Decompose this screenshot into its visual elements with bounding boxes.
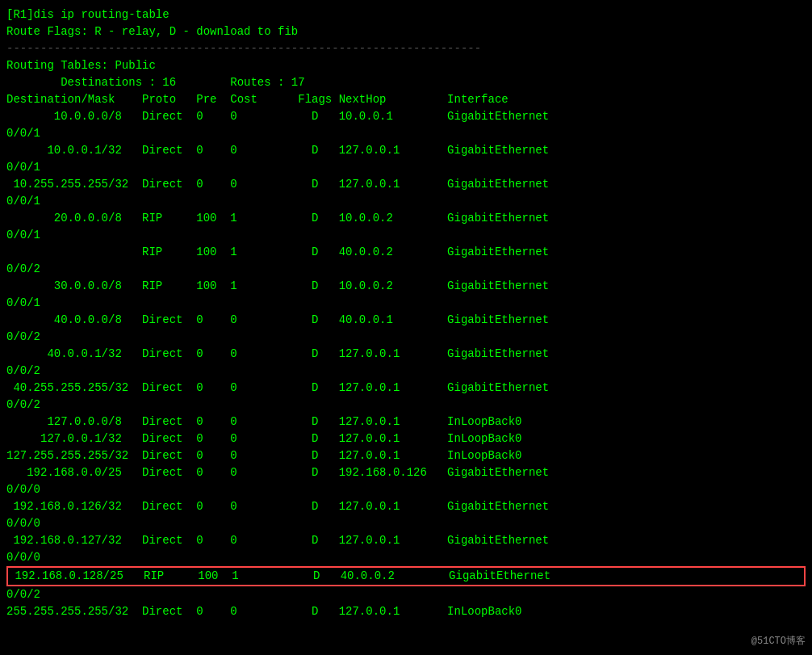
routing-row: 10.255.255.255/32 Direct 0 0 D 127.0.0.1… [6,176,806,193]
routing-row: [R1]dis ip routing-table [6,6,806,23]
routing-row: 127.0.0.0/8 Direct 0 0 D 127.0.0.1 InLoo… [6,414,806,430]
routing-row: 192.168.0.126/32 Direct 0 0 D 127.0.0.1 … [6,498,806,515]
routing-row: 0/0/0 [6,515,806,532]
routing-row: 0/0/1 [6,227,806,244]
routing-row: 10.0.0.0/8 Direct 0 0 D 10.0.0.1 Gigabit… [6,108,806,125]
routing-row: 255.255.255.255/32 Direct 0 0 D 127.0.0.… [6,603,806,620]
routing-row: 20.0.0.0/8 RIP 100 1 D 10.0.0.2 GigabitE… [6,210,806,227]
table-header: Destination/Mask Proto Pre Cost Flags Ne… [6,91,806,108]
routing-row-highlighted: 192.168.0.128/25 RIP 100 1 D 40.0.0.2 Gi… [8,568,804,585]
routing-row: 127.0.0.1/32 Direct 0 0 D 127.0.0.1 InLo… [6,430,806,447]
routing-row: 0/0/2 [6,363,806,380]
routing-row: 0/0/1 [6,295,806,312]
routing-row: 10.0.0.1/32 Direct 0 0 D 127.0.0.1 Gigab… [6,142,806,159]
routing-row: 0/0/2 [6,329,806,346]
routing-row: 30.0.0.0/8 RIP 100 1 D 10.0.0.2 GigabitE… [6,278,806,295]
routing-row: Destinations : 16 Routes : 17 [6,74,806,91]
separator-line: ----------------------------------------… [6,40,806,57]
routing-row: 127.255.255.255/32 Direct 0 0 D 127.0.0.… [6,447,806,464]
routing-row: RIP 100 1 D 40.0.0.2 GigabitEthernet [6,244,806,261]
routing-row: 0/0/1 [6,159,806,176]
routing-row: 0/0/1 [6,193,806,210]
routing-row: 192.168.0.127/32 Direct 0 0 D 127.0.0.1 … [6,532,806,549]
terminal-content: [R1]dis ip routing-tableRoute Flags: R -… [6,6,806,620]
routing-row: 40.0.0.0/8 Direct 0 0 D 40.0.0.1 Gigabit… [6,312,806,329]
routing-row: 40.255.255.255/32 Direct 0 0 D 127.0.0.1… [6,380,806,397]
routing-row: 0/0/2 [6,261,806,278]
routing-row: 0/0/2 [6,397,806,414]
routing-row: 40.0.0.1/32 Direct 0 0 D 127.0.0.1 Gigab… [6,346,806,363]
routing-row: Route Flags: R - relay, D - download to … [6,23,806,40]
routing-row: 0/0/2 [6,586,806,603]
routing-row: 0/0/0 [6,549,806,566]
routing-row: 192.168.0.0/25 Direct 0 0 D 192.168.0.12… [6,464,806,481]
routing-row: 0/0/0 [6,481,806,498]
routing-row: 0/0/1 [6,125,806,142]
watermark-label: @51CTO博客 [751,634,806,649]
terminal-window: [R1]dis ip routing-tableRoute Flags: R -… [6,6,806,655]
routing-row: Routing Tables: Public [6,57,806,74]
